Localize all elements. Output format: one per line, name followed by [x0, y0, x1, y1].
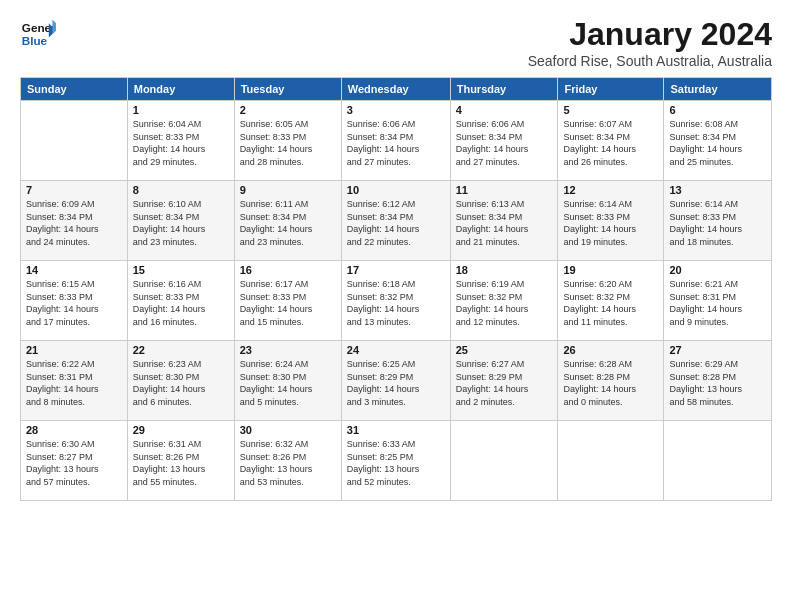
daylight-minutes: and 23 minutes.: [133, 236, 229, 249]
table-row: 23Sunrise: 6:24 AMSunset: 8:30 PMDayligh…: [234, 341, 341, 421]
table-row: 31Sunrise: 6:33 AMSunset: 8:25 PMDayligh…: [341, 421, 450, 501]
table-row: 16Sunrise: 6:17 AMSunset: 8:33 PMDayligh…: [234, 261, 341, 341]
sunrise-text: Sunrise: 6:13 AM: [456, 198, 553, 211]
daylight-hours: Daylight: 14 hours: [26, 223, 122, 236]
header-thursday: Thursday: [450, 78, 558, 101]
daylight-minutes: and 24 minutes.: [26, 236, 122, 249]
day-info: Sunrise: 6:13 AMSunset: 8:34 PMDaylight:…: [456, 198, 553, 248]
day-info: Sunrise: 6:12 AMSunset: 8:34 PMDaylight:…: [347, 198, 445, 248]
day-info: Sunrise: 6:20 AMSunset: 8:32 PMDaylight:…: [563, 278, 658, 328]
header: General Blue January 2024 Seaford Rise, …: [20, 16, 772, 69]
day-info: Sunrise: 6:17 AMSunset: 8:33 PMDaylight:…: [240, 278, 336, 328]
day-number: 29: [133, 424, 229, 436]
sunset-text: Sunset: 8:26 PM: [240, 451, 336, 464]
sunrise-text: Sunrise: 6:09 AM: [26, 198, 122, 211]
daylight-hours: Daylight: 14 hours: [456, 383, 553, 396]
sunrise-text: Sunrise: 6:28 AM: [563, 358, 658, 371]
sunset-text: Sunset: 8:33 PM: [133, 131, 229, 144]
day-number: 19: [563, 264, 658, 276]
calendar-week-row: 21Sunrise: 6:22 AMSunset: 8:31 PMDayligh…: [21, 341, 772, 421]
sunrise-text: Sunrise: 6:11 AM: [240, 198, 336, 211]
sunrise-text: Sunrise: 6:27 AM: [456, 358, 553, 371]
day-info: Sunrise: 6:11 AMSunset: 8:34 PMDaylight:…: [240, 198, 336, 248]
title-block: January 2024 Seaford Rise, South Austral…: [528, 16, 772, 69]
day-info: Sunrise: 6:04 AMSunset: 8:33 PMDaylight:…: [133, 118, 229, 168]
day-number: 28: [26, 424, 122, 436]
day-number: 8: [133, 184, 229, 196]
daylight-minutes: and 12 minutes.: [456, 316, 553, 329]
daylight-hours: Daylight: 14 hours: [347, 303, 445, 316]
daylight-minutes: and 6 minutes.: [133, 396, 229, 409]
sunset-text: Sunset: 8:29 PM: [456, 371, 553, 384]
daylight-hours: Daylight: 14 hours: [347, 143, 445, 156]
sunset-text: Sunset: 8:26 PM: [133, 451, 229, 464]
day-info: Sunrise: 6:16 AMSunset: 8:33 PMDaylight:…: [133, 278, 229, 328]
day-info: Sunrise: 6:30 AMSunset: 8:27 PMDaylight:…: [26, 438, 122, 488]
daylight-minutes: and 28 minutes.: [240, 156, 336, 169]
day-number: 21: [26, 344, 122, 356]
calendar-week-row: 28Sunrise: 6:30 AMSunset: 8:27 PMDayligh…: [21, 421, 772, 501]
daylight-hours: Daylight: 14 hours: [240, 383, 336, 396]
day-info: Sunrise: 6:25 AMSunset: 8:29 PMDaylight:…: [347, 358, 445, 408]
table-row: 19Sunrise: 6:20 AMSunset: 8:32 PMDayligh…: [558, 261, 664, 341]
day-number: 22: [133, 344, 229, 356]
daylight-hours: Daylight: 14 hours: [456, 223, 553, 236]
sunrise-text: Sunrise: 6:04 AM: [133, 118, 229, 131]
daylight-minutes: and 21 minutes.: [456, 236, 553, 249]
day-number: 7: [26, 184, 122, 196]
calendar-header-row: Sunday Monday Tuesday Wednesday Thursday…: [21, 78, 772, 101]
day-info: Sunrise: 6:08 AMSunset: 8:34 PMDaylight:…: [669, 118, 766, 168]
day-number: 15: [133, 264, 229, 276]
day-number: 14: [26, 264, 122, 276]
table-row: [450, 421, 558, 501]
calendar-week-row: 14Sunrise: 6:15 AMSunset: 8:33 PMDayligh…: [21, 261, 772, 341]
table-row: 14Sunrise: 6:15 AMSunset: 8:33 PMDayligh…: [21, 261, 128, 341]
table-row: 7Sunrise: 6:09 AMSunset: 8:34 PMDaylight…: [21, 181, 128, 261]
sunset-text: Sunset: 8:28 PM: [669, 371, 766, 384]
day-info: Sunrise: 6:06 AMSunset: 8:34 PMDaylight:…: [347, 118, 445, 168]
sunset-text: Sunset: 8:30 PM: [240, 371, 336, 384]
table-row: 25Sunrise: 6:27 AMSunset: 8:29 PMDayligh…: [450, 341, 558, 421]
day-info: Sunrise: 6:05 AMSunset: 8:33 PMDaylight:…: [240, 118, 336, 168]
sunset-text: Sunset: 8:34 PM: [563, 131, 658, 144]
table-row: 18Sunrise: 6:19 AMSunset: 8:32 PMDayligh…: [450, 261, 558, 341]
sunset-text: Sunset: 8:34 PM: [347, 211, 445, 224]
table-row: 2Sunrise: 6:05 AMSunset: 8:33 PMDaylight…: [234, 101, 341, 181]
day-info: Sunrise: 6:27 AMSunset: 8:29 PMDaylight:…: [456, 358, 553, 408]
table-row: 22Sunrise: 6:23 AMSunset: 8:30 PMDayligh…: [127, 341, 234, 421]
sunset-text: Sunset: 8:29 PM: [347, 371, 445, 384]
day-number: 30: [240, 424, 336, 436]
daylight-minutes: and 57 minutes.: [26, 476, 122, 489]
sunset-text: Sunset: 8:32 PM: [456, 291, 553, 304]
sunrise-text: Sunrise: 6:15 AM: [26, 278, 122, 291]
day-info: Sunrise: 6:14 AMSunset: 8:33 PMDaylight:…: [669, 198, 766, 248]
daylight-minutes: and 55 minutes.: [133, 476, 229, 489]
table-row: [664, 421, 772, 501]
page: General Blue January 2024 Seaford Rise, …: [0, 0, 792, 612]
table-row: 6Sunrise: 6:08 AMSunset: 8:34 PMDaylight…: [664, 101, 772, 181]
table-row: 13Sunrise: 6:14 AMSunset: 8:33 PMDayligh…: [664, 181, 772, 261]
table-row: 1Sunrise: 6:04 AMSunset: 8:33 PMDaylight…: [127, 101, 234, 181]
table-row: [21, 101, 128, 181]
day-info: Sunrise: 6:29 AMSunset: 8:28 PMDaylight:…: [669, 358, 766, 408]
sunset-text: Sunset: 8:34 PM: [133, 211, 229, 224]
day-info: Sunrise: 6:23 AMSunset: 8:30 PMDaylight:…: [133, 358, 229, 408]
day-number: 25: [456, 344, 553, 356]
day-info: Sunrise: 6:15 AMSunset: 8:33 PMDaylight:…: [26, 278, 122, 328]
daylight-hours: Daylight: 14 hours: [133, 143, 229, 156]
table-row: 30Sunrise: 6:32 AMSunset: 8:26 PMDayligh…: [234, 421, 341, 501]
logo: General Blue: [20, 16, 56, 52]
daylight-hours: Daylight: 14 hours: [563, 383, 658, 396]
day-info: Sunrise: 6:32 AMSunset: 8:26 PMDaylight:…: [240, 438, 336, 488]
daylight-minutes: and 27 minutes.: [456, 156, 553, 169]
sunset-text: Sunset: 8:34 PM: [456, 211, 553, 224]
svg-text:Blue: Blue: [22, 34, 48, 47]
header-friday: Friday: [558, 78, 664, 101]
daylight-hours: Daylight: 13 hours: [240, 463, 336, 476]
day-number: 6: [669, 104, 766, 116]
daylight-hours: Daylight: 13 hours: [26, 463, 122, 476]
day-info: Sunrise: 6:24 AMSunset: 8:30 PMDaylight:…: [240, 358, 336, 408]
daylight-minutes: and 11 minutes.: [563, 316, 658, 329]
sunrise-text: Sunrise: 6:33 AM: [347, 438, 445, 451]
sunrise-text: Sunrise: 6:30 AM: [26, 438, 122, 451]
